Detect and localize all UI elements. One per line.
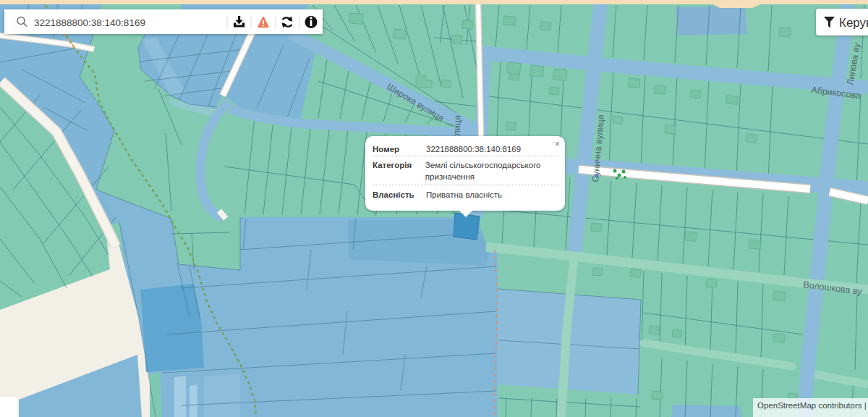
svg-text:3221888800:38:140:8169: 3221888800:38:140:8169 bbox=[34, 17, 145, 28]
svg-text:Керування: Керування bbox=[839, 16, 868, 30]
